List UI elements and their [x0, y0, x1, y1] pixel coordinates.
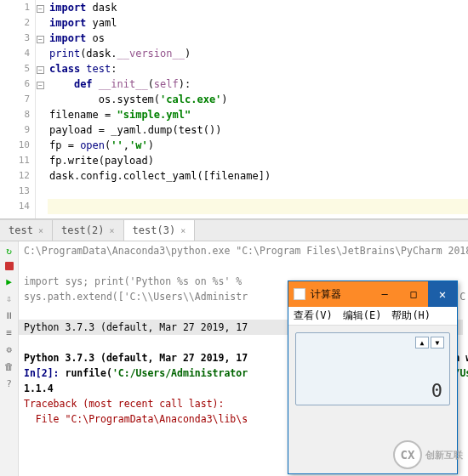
calculator-menu-item[interactable]: 查看(V)	[294, 309, 333, 323]
minimize-button[interactable]: —	[370, 281, 399, 307]
calculator-result: 0	[431, 380, 442, 401]
code-line[interactable]: import dask	[48, 0, 468, 15]
line-number: 5	[0, 61, 30, 76]
watermark: CX 创新互联	[393, 440, 463, 469]
console-tab[interactable]: test×	[0, 220, 53, 241]
fold-gutter[interactable]: −−−−	[36, 0, 48, 218]
code-content[interactable]: import daskimport yamlimport osprint(das…	[48, 0, 468, 218]
code-line[interactable]	[48, 184, 468, 199]
code-line[interactable]: import yaml	[48, 15, 468, 31]
close-icon[interactable]: ×	[38, 226, 43, 235]
code-line[interactable]	[48, 199, 468, 214]
help-icon[interactable]: ?	[3, 377, 15, 389]
fold-toggle-icon[interactable]: −	[37, 36, 44, 43]
tab-label: test(2)	[61, 224, 105, 236]
rerun-icon[interactable]: ↻	[3, 245, 15, 257]
history-down-button[interactable]: ▼	[431, 337, 444, 348]
code-line[interactable]: print(dask.__version__)	[48, 46, 468, 61]
fold-toggle-icon[interactable]: −	[37, 82, 44, 89]
calculator-icon	[294, 288, 305, 300]
close-icon[interactable]: ×	[180, 226, 185, 235]
pause-icon[interactable]: ⏸	[3, 309, 15, 321]
code-line[interactable]: def __init__(self):	[48, 76, 468, 92]
line-number: 2	[0, 15, 30, 31]
line-number-gutter: 1234567891011121314	[0, 0, 36, 218]
calculator-title: 计算器	[311, 287, 370, 302]
line-number: 8	[0, 107, 30, 122]
watermark-logo: CX	[393, 440, 422, 469]
line-number: 9	[0, 122, 30, 138]
line-number: 3	[0, 31, 30, 46]
console-tab[interactable]: test(3)×	[124, 220, 196, 241]
stop-icon[interactable]	[5, 262, 14, 270]
code-editor[interactable]: 1234567891011121314 −−−− import daskimpo…	[0, 0, 468, 219]
code-line[interactable]: filename = "simple.yml"	[48, 107, 468, 122]
tab-label: test	[9, 224, 33, 236]
calculator-display: ▲ ▼ 0	[295, 332, 450, 405]
console-line	[24, 258, 463, 274]
code-line[interactable]: class test:	[48, 61, 468, 76]
close-icon[interactable]: ×	[110, 226, 115, 235]
code-line[interactable]: payload = _yaml.dump(test())	[48, 122, 468, 138]
code-line[interactable]: fp.write(payload)	[48, 153, 468, 168]
code-line[interactable]: fp = open('','w')	[48, 138, 468, 153]
line-number: 6	[0, 76, 30, 92]
history-up-button[interactable]: ▲	[415, 337, 429, 348]
play-icon[interactable]: ▶	[3, 275, 15, 287]
watermark-text: 创新互联	[425, 449, 463, 462]
maximize-button[interactable]: □	[399, 281, 428, 307]
line-number: 14	[0, 199, 30, 214]
calculator-menubar[interactable]: 查看(V)编辑(E)帮助(H)	[288, 307, 457, 326]
calculator-titlebar[interactable]: 计算器 — □ ✕	[288, 281, 457, 307]
console-line: C:\ProgramData\Anaconda3\python.exe "C:\…	[24, 243, 463, 258]
trash-icon[interactable]: 🗑	[3, 360, 15, 372]
down-icon[interactable]: ⇩	[3, 292, 15, 304]
code-line[interactable]: import os	[48, 31, 468, 46]
code-line[interactable]: os.system('calc.exe')	[48, 92, 468, 107]
close-button[interactable]: ✕	[428, 281, 457, 307]
calculator-menu-item[interactable]: 编辑(E)	[343, 309, 382, 323]
tab-label: test(3)	[133, 224, 176, 236]
calculator-menu-item[interactable]: 帮助(H)	[391, 309, 431, 323]
line-number: 13	[0, 184, 30, 199]
console-tab[interactable]: test(2)×	[53, 220, 124, 241]
console-tabs: test×test(2)×test(3)×	[0, 219, 468, 241]
line-number: 11	[0, 153, 30, 168]
code-line[interactable]: dask.config.collect_yaml([filename])	[48, 168, 468, 184]
stack-icon[interactable]: ≡	[3, 326, 15, 338]
line-number: 7	[0, 92, 30, 107]
line-number: 1	[0, 0, 30, 15]
line-number: 10	[0, 138, 30, 153]
fold-toggle-icon[interactable]: −	[37, 66, 44, 74]
line-number: 12	[0, 168, 30, 184]
calculator-body: ▲ ▼ 0	[288, 326, 457, 412]
run-toolbar: ↻▶⇩⏸≡⚙🗑?	[0, 241, 19, 476]
fold-toggle-icon[interactable]: −	[37, 5, 44, 13]
cog-icon[interactable]: ⚙	[3, 343, 15, 355]
line-number: 4	[0, 46, 30, 61]
